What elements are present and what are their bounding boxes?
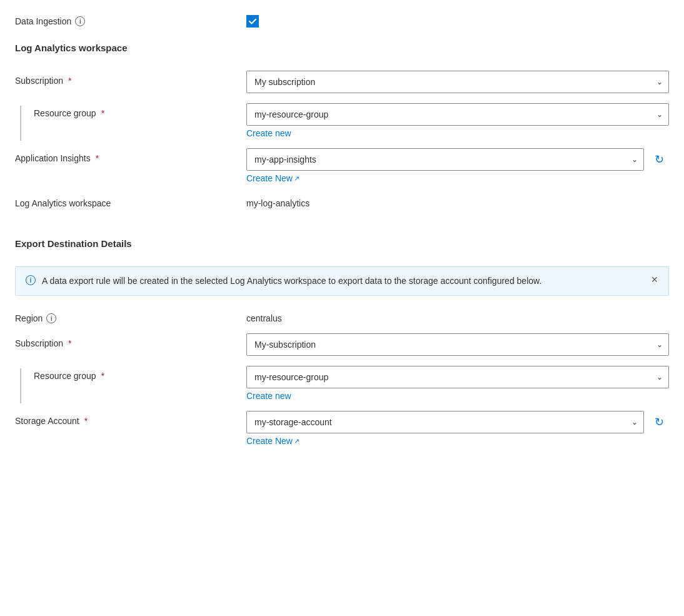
- data-ingestion-label: Data Ingestion i: [15, 16, 246, 26]
- export-region-value: centralus: [246, 308, 669, 323]
- export-resource-group-label: Resource group: [34, 371, 96, 381]
- storage-account-label: Storage Account: [15, 416, 79, 426]
- storage-account-label-col: Storage Account *: [15, 411, 246, 426]
- export-resource-group-indented: Resource group * my-resource-group ⌄ Cre…: [15, 366, 669, 401]
- export-resource-group-label-col: Resource group *: [21, 366, 246, 381]
- application-insights-select[interactable]: my-app-insights: [246, 148, 644, 171]
- log-analytics-workspace-value-col: my-log-analytics: [246, 193, 669, 208]
- export-indent-area: Resource group *: [15, 366, 246, 401]
- data-ingestion-info-icon[interactable]: i: [75, 16, 85, 26]
- storage-account-required: *: [84, 416, 88, 426]
- storage-account-row: Storage Account * my-storage-account ⌄ ↻…: [15, 411, 669, 446]
- application-insights-label: Application Insights: [15, 153, 91, 163]
- info-banner-close-icon[interactable]: ✕: [651, 275, 658, 285]
- info-banner-icon: i: [26, 275, 36, 288]
- log-analytics-resource-group-required: *: [101, 108, 104, 118]
- svg-text:i: i: [30, 277, 32, 284]
- log-analytics-resource-group-indented: Resource group * my-resource-group ⌄ Cre…: [15, 103, 669, 138]
- export-region-label: Region: [15, 313, 43, 323]
- application-insights-dropdown-container: my-app-insights ⌄: [246, 148, 644, 171]
- log-analytics-subscription-select[interactable]: My subscription: [246, 71, 669, 93]
- export-region-value-col: centralus: [246, 308, 669, 323]
- application-insights-required: *: [96, 153, 99, 163]
- data-ingestion-label-text: Data Ingestion: [15, 16, 71, 26]
- export-resource-group-create-link[interactable]: Create new: [246, 391, 669, 401]
- log-analytics-resource-group-label: Resource group: [34, 108, 96, 118]
- data-ingestion-row: Data Ingestion i: [15, 15, 669, 28]
- storage-account-external-link-icon: ↗: [294, 437, 299, 445]
- export-resource-group-required: *: [101, 371, 104, 381]
- log-analytics-indent-area: Resource group *: [15, 103, 246, 138]
- export-region-info-icon[interactable]: i: [46, 313, 56, 323]
- log-analytics-workspace-row: Log Analytics workspace my-log-analytics: [15, 193, 669, 208]
- log-analytics-resource-group-create-link[interactable]: Create new: [246, 128, 669, 138]
- export-destination-section-title: Export Destination Details: [15, 238, 669, 249]
- application-insights-create-link-text: Create New: [246, 173, 293, 183]
- export-resource-group-select[interactable]: my-resource-group: [246, 366, 669, 388]
- export-resource-group-control: my-resource-group ⌄ Create new: [246, 366, 669, 401]
- export-destination-info-banner: i A data export rule will be created in …: [15, 266, 669, 296]
- data-ingestion-checkbox[interactable]: [246, 15, 259, 28]
- application-insights-refresh-icon[interactable]: ↻: [649, 149, 669, 169]
- export-region-row: Region i centralus: [15, 308, 669, 323]
- log-analytics-resource-group-label-col: Resource group *: [21, 103, 246, 118]
- application-insights-control: my-app-insights ⌄ ↻ Create New ↗: [246, 148, 669, 183]
- log-analytics-section-title: Log Analytics workspace: [15, 43, 669, 53]
- storage-account-refresh-icon[interactable]: ↻: [649, 412, 669, 432]
- log-analytics-resource-group-control: my-resource-group ⌄ Create new: [246, 103, 669, 138]
- export-subscription-label: Subscription: [15, 338, 63, 348]
- storage-account-dropdown-wrapper: my-storage-account ⌄ ↻: [246, 411, 669, 433]
- export-subscription-control: My-subscription ⌄: [246, 333, 669, 356]
- log-analytics-workspace-value: my-log-analytics: [246, 193, 669, 208]
- application-insights-dropdown-wrapper: my-app-insights ⌄ ↻: [246, 148, 669, 171]
- storage-account-control: my-storage-account ⌄ ↻ Create New ↗: [246, 411, 669, 446]
- export-resource-group-dropdown-container: my-resource-group ⌄: [246, 366, 669, 388]
- application-insights-external-link-icon: ↗: [294, 174, 299, 183]
- storage-account-dropdown-container: my-storage-account ⌄: [246, 411, 644, 433]
- log-analytics-subscription-control: My subscription ⌄: [246, 71, 669, 93]
- export-region-label-col: Region i: [15, 308, 246, 323]
- storage-account-create-link[interactable]: Create New ↗: [246, 436, 669, 446]
- application-insights-create-link[interactable]: Create New ↗: [246, 173, 669, 183]
- export-subscription-select[interactable]: My-subscription: [246, 333, 669, 356]
- log-analytics-subscription-label-col: Subscription *: [15, 71, 246, 86]
- application-insights-label-col: Application Insights *: [15, 148, 246, 163]
- export-subscription-dropdown-container: My-subscription ⌄: [246, 333, 669, 356]
- storage-account-select[interactable]: my-storage-account: [246, 411, 644, 433]
- log-analytics-subscription-row: Subscription * My subscription ⌄: [15, 71, 669, 93]
- info-banner-text: A data export rule will be created in th…: [42, 275, 645, 288]
- log-analytics-resource-group-dropdown-container: my-resource-group ⌄: [246, 103, 669, 126]
- log-analytics-workspace-label: Log Analytics workspace: [15, 198, 111, 208]
- export-subscription-label-col: Subscription *: [15, 333, 246, 348]
- export-subscription-row: Subscription * My-subscription ⌄: [15, 333, 669, 356]
- log-analytics-subscription-label: Subscription: [15, 76, 63, 86]
- log-analytics-subscription-required: *: [68, 76, 71, 86]
- storage-account-create-link-text: Create New: [246, 436, 293, 446]
- log-analytics-subscription-dropdown-container: My subscription ⌄: [246, 71, 669, 93]
- export-subscription-required: *: [68, 338, 71, 348]
- log-analytics-resource-group-select[interactable]: my-resource-group: [246, 103, 669, 126]
- log-analytics-workspace-label-col: Log Analytics workspace: [15, 193, 246, 208]
- application-insights-row: Application Insights * my-app-insights ⌄…: [15, 148, 669, 183]
